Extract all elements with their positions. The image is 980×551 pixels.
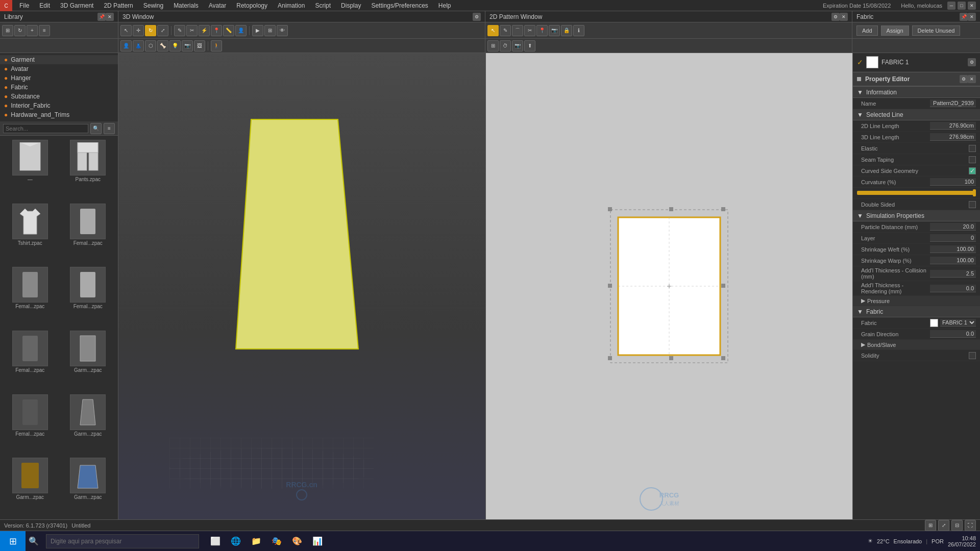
section-selected-line[interactable]: ▼ Selected Line	[853, 109, 980, 120]
tree-item-substance[interactable]: ● Substance	[0, 92, 118, 101]
menu-avatar[interactable]: Avatar	[204, 1, 231, 10]
app-logo[interactable]: C	[0, 0, 12, 11]
tool-sew[interactable]: ⚡	[199, 25, 210, 36]
tool-scale[interactable]: ⤢	[157, 25, 168, 36]
minimize-icon[interactable]: ─	[947, 2, 955, 10]
fabric-settings-icon[interactable]: ⚙	[968, 58, 976, 66]
tool-cut[interactable]: ✂	[186, 25, 198, 36]
prop-double-sided-checkbox[interactable]	[969, 201, 976, 208]
thumb-item-garm1[interactable]: Garm...zpac	[60, 329, 116, 390]
tree-item-fabric[interactable]: ● Fabric	[0, 83, 118, 92]
thumb-item-garm4[interactable]: Garm...zpac	[60, 456, 116, 517]
add-fabric-button[interactable]: Add	[856, 26, 878, 36]
fabric-close-icon[interactable]: ✕	[968, 13, 976, 21]
prop-editor-close-icon[interactable]: ✕	[968, 75, 976, 83]
tool-rotate[interactable]: ↻	[145, 25, 156, 36]
3d-window-icon[interactable]: ⚙	[473, 13, 481, 21]
lib-tool-2[interactable]: ↻	[14, 25, 26, 36]
start-button[interactable]: ⊞	[0, 531, 26, 552]
prop-curved-checkbox[interactable]: ✓	[969, 167, 976, 174]
menu-3d-garment[interactable]: 3D Garment	[55, 1, 99, 10]
prop-curvature-input[interactable]	[930, 178, 976, 186]
prop-curvature-slider[interactable]	[857, 191, 976, 195]
taskbar-search-input[interactable]	[46, 534, 199, 548]
2d-pattern-canvas[interactable]: RRCG 人人素材	[486, 53, 853, 519]
prop-elastic-checkbox[interactable]	[969, 145, 976, 152]
tool-display[interactable]: 👁	[277, 25, 288, 36]
tool-sim[interactable]: ▶	[252, 25, 263, 36]
tool-measure[interactable]: 📏	[223, 25, 234, 36]
thumb-item-femal2[interactable]: Femal...zpac	[2, 265, 58, 327]
taskbar-browser-icon[interactable]: 🌐	[228, 533, 244, 549]
menu-help[interactable]: Help	[433, 1, 456, 10]
3d-light-icon[interactable]: 💡	[169, 40, 181, 52]
close-icon[interactable]: ✕	[968, 2, 976, 10]
section-information[interactable]: ▼ Information	[853, 87, 980, 98]
3d-render-icon[interactable]: 🖼	[194, 40, 205, 52]
delete-unused-button[interactable]: Delete Unused	[912, 26, 961, 36]
2d-history-icon[interactable]: ⏱	[500, 40, 511, 52]
library-search-input[interactable]	[3, 124, 88, 133]
taskbar-app1-icon[interactable]: 🎭	[268, 533, 285, 549]
2d-tool-cut[interactable]: ✂	[524, 25, 535, 36]
prop-layer-input[interactable]	[930, 234, 976, 242]
3d-garment-icon[interactable]: 👗	[133, 40, 144, 52]
prop-shrink-warp-input[interactable]	[930, 257, 976, 264]
prop-name-input[interactable]	[930, 99, 976, 107]
2d-tool-info[interactable]: ℹ	[573, 25, 584, 36]
thumb-item-garm3[interactable]: Garm...zpac	[2, 456, 58, 517]
tree-item-interior-fabric[interactable]: ● Interior_Fabric	[0, 101, 118, 110]
2d-tool-camera[interactable]: 📷	[549, 25, 560, 36]
prop-3d-line-input[interactable]	[930, 133, 976, 141]
tree-item-hardware[interactable]: ● Hardware_and_Trims	[0, 110, 118, 119]
taskbar-app2-icon[interactable]: 🎨	[289, 533, 305, 549]
section-fabric[interactable]: ▼ Fabric	[853, 306, 980, 317]
status-grid-icon[interactable]: ⊞	[925, 520, 936, 531]
tool-avatar[interactable]: 👤	[235, 25, 247, 36]
subsection-bond-slave[interactable]: ▶ Bond/Slave	[853, 340, 980, 350]
menu-retopology[interactable]: Retopology	[231, 1, 273, 10]
status-maximize-icon[interactable]: ⤢	[938, 520, 949, 531]
prop-rendering-input[interactable]	[930, 285, 976, 292]
status-layout-icon[interactable]: ⊟	[951, 520, 963, 531]
lib-tool-1[interactable]: ⊞	[2, 25, 13, 36]
assign-fabric-button[interactable]: Assign	[881, 26, 909, 36]
thumb-item-femal3[interactable]: Femal...zpac	[60, 265, 116, 327]
prop-collision-input[interactable]	[930, 270, 976, 278]
status-fullscreen-icon[interactable]: ⛶	[965, 520, 976, 531]
menu-sewing[interactable]: Sewing	[138, 1, 168, 10]
library-close-icon[interactable]: ✕	[106, 13, 114, 21]
list-view-button[interactable]: ≡	[104, 123, 115, 134]
thumb-item-femal4[interactable]: Femal...zpac	[2, 329, 58, 390]
3d-avatar-icon[interactable]: 👤	[120, 40, 132, 52]
2d-window-settings-icon[interactable]: ⚙	[831, 13, 840, 21]
subsection-pressure[interactable]: ▶ Pressure	[853, 296, 980, 306]
2d-tool-draw[interactable]: ✎	[500, 25, 511, 36]
thumb-item-femal1[interactable]: Femal...zpac	[60, 202, 116, 263]
2d-tool-pin[interactable]: 📍	[536, 25, 548, 36]
pattern-piece-2d[interactable]	[608, 207, 730, 365]
lib-tool-4[interactable]: ≡	[39, 25, 50, 36]
lib-tool-3[interactable]: +	[27, 25, 38, 36]
3d-walk-icon[interactable]: 🚶	[211, 40, 222, 52]
maximize-icon[interactable]: □	[958, 2, 966, 10]
tool-pin[interactable]: 📍	[211, 25, 222, 36]
fabric-swatch[interactable]	[866, 56, 878, 68]
3d-viewport[interactable]: RRCG.cn	[118, 53, 485, 519]
tool-move[interactable]: ✛	[133, 25, 144, 36]
thumb-item-femal5[interactable]: Femal...zpac	[2, 392, 58, 454]
2d-tool-select[interactable]: ↖	[487, 25, 499, 36]
thumb-item-0[interactable]: —	[2, 138, 58, 199]
section-simulation[interactable]: ▼ Simulation Properties	[853, 210, 980, 221]
2d-tool-lock[interactable]: 🔒	[561, 25, 572, 36]
thumb-item-garm2[interactable]: Garm...zpac	[60, 392, 116, 454]
prop-fabric-select[interactable]: FABRIC 1	[940, 319, 976, 327]
library-pin-icon[interactable]: 📌	[97, 13, 106, 21]
2d-window-close-icon[interactable]: ✕	[840, 13, 848, 21]
3d-shape-icon[interactable]: ⬡	[145, 40, 156, 52]
thumb-item-pants[interactable]: Pants.zpac	[60, 138, 116, 199]
prop-solidity-checkbox[interactable]	[969, 352, 976, 359]
prop-seam-checkbox[interactable]	[969, 156, 976, 163]
taskbar-search-icon[interactable]: 🔍	[26, 533, 42, 549]
prop-particle-input[interactable]	[930, 223, 976, 231]
